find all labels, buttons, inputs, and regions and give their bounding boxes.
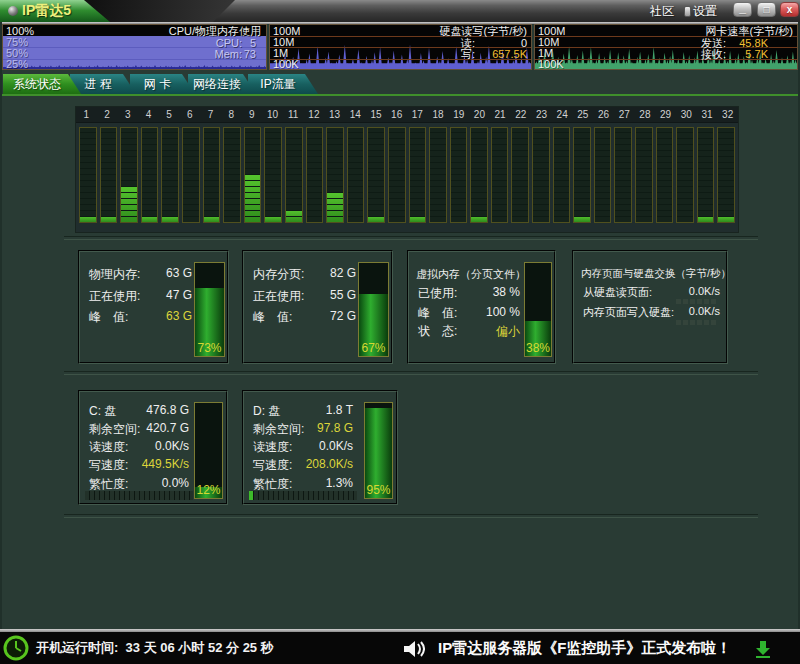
core-number: 15	[366, 107, 387, 122]
core-meter	[182, 127, 200, 223]
core-number: 19	[448, 107, 469, 122]
gauge-percent-label: 12%	[195, 483, 222, 497]
core-meter	[532, 127, 550, 223]
chart-title: 硬盘读写(字节/秒)	[440, 25, 527, 37]
core-number: 29	[655, 107, 676, 122]
core-meter	[244, 127, 262, 223]
core-meter	[326, 127, 344, 223]
usage-gauge: 67%	[358, 262, 389, 357]
core-number: 2	[97, 107, 118, 122]
core-number: 24	[552, 107, 573, 122]
core-load-fill	[574, 216, 590, 222]
core-number: 30	[676, 107, 697, 122]
disk-busy-lit	[249, 491, 254, 500]
chart-scale-label: 25%	[6, 59, 28, 70]
core-meter	[120, 127, 138, 223]
core-load-fill	[245, 174, 261, 222]
usage-gauge: 73%	[194, 262, 225, 357]
stat-row: 写速度:208.0K/s	[253, 457, 353, 474]
core-number: 32	[717, 107, 738, 122]
uptime-text: 开机运行时间: 33 天 06 小时 52 分 25 秒	[36, 632, 274, 664]
core-meter	[409, 127, 427, 223]
core-number: 26	[593, 107, 614, 122]
core-meter	[450, 127, 468, 223]
close-icon: x	[781, 3, 798, 16]
settings-icon	[684, 6, 691, 17]
cpu-core-numbers: 1234567891011121314151617181920212223242…	[76, 107, 738, 123]
swap-write-meter	[676, 320, 718, 325]
core-number: 20	[469, 107, 490, 122]
chart-title: CPU/物理内存使用	[169, 25, 261, 37]
titlebar[interactable]: IP雷达5 社区 设置 _ □ x	[0, 0, 800, 22]
stat-row: 峰 值:72 G	[253, 309, 356, 326]
core-meter	[697, 127, 715, 223]
network-chart-panel: 100M10M1M100K网卡速率(字节/秒)发送:45.8K接收:5.7K	[534, 24, 798, 70]
maximize-button[interactable]: □	[757, 2, 776, 17]
maximize-icon: □	[758, 3, 775, 16]
minimize-button[interactable]: _	[733, 2, 752, 17]
core-number: 25	[573, 107, 594, 122]
core-meter	[264, 127, 282, 223]
core-number: 31	[697, 107, 718, 122]
close-button[interactable]: x	[780, 2, 799, 17]
usage-gauge: 38%	[524, 262, 552, 357]
core-meter	[717, 127, 735, 223]
gauge-percent-label: 95%	[365, 483, 392, 497]
stat-row: 读速度:0.0K/s	[253, 439, 353, 456]
community-button[interactable]: 社区	[650, 0, 674, 22]
panel-title: 内存页面与硬盘交换（字节/秒）	[581, 267, 731, 281]
core-meter	[573, 127, 591, 223]
core-number: 10	[262, 107, 283, 122]
core-meter	[470, 127, 488, 223]
stat-row: 峰 值:63 G	[89, 309, 192, 326]
tab-3[interactable]: 网络连接	[188, 74, 256, 94]
tab-0[interactable]: 系统状态	[3, 74, 81, 94]
core-number: 18	[428, 107, 449, 122]
core-number: 1	[76, 107, 97, 122]
speaker-icon	[403, 640, 425, 658]
core-meter	[388, 127, 406, 223]
stat-row: 峰 值:100 %	[418, 305, 520, 322]
announcement-text[interactable]: IP雷达服务器版《F监控助手》正式发布啦！	[438, 632, 731, 664]
core-number: 17	[407, 107, 428, 122]
separator	[64, 514, 758, 518]
core-meter	[141, 127, 159, 223]
core-load-fill	[471, 216, 487, 222]
core-meter	[491, 127, 509, 223]
core-meter	[635, 127, 653, 223]
core-meter	[203, 127, 221, 223]
core-meter	[614, 127, 632, 223]
disk-busy-meter	[85, 491, 193, 500]
cpu-core-bars-panel: 1234567891011121314151617181920212223242…	[75, 106, 739, 233]
stat-row: 写速度:449.5K/s	[89, 457, 189, 474]
core-meter	[79, 127, 97, 223]
chart-stat: 接收:5.7K	[701, 49, 768, 60]
physical-memory-panel: 物理内存:63 G正在使用:47 G峰 值:63 G 73%	[78, 250, 229, 364]
core-number: 27	[614, 107, 635, 122]
stat-row: D: 盘1.8 T	[253, 403, 353, 420]
tab-1[interactable]: 进 程	[70, 74, 136, 94]
tab-4[interactable]: IP流量	[248, 74, 318, 94]
core-meter	[656, 127, 674, 223]
chart-stat: Mem:73	[215, 49, 257, 60]
core-meter	[367, 127, 385, 223]
tab-2[interactable]: 网 卡	[130, 74, 195, 94]
app-window: IP雷达5 社区 设置 _ □ x 100%75%50%25%CPU/物理内存使…	[0, 0, 800, 664]
core-number: 28	[635, 107, 656, 122]
gauge-percent-label: 67%	[359, 341, 388, 355]
core-load-fill	[101, 216, 117, 222]
chart-stat: 写:657.5K	[461, 49, 527, 60]
core-meter	[285, 127, 303, 223]
settings-button[interactable]: 设置	[693, 0, 717, 22]
disk-d-panel: D: 盘1.8 T剩余空间:97.8 G读速度:0.0K/s写速度:208.0K…	[242, 390, 398, 505]
core-load-fill	[162, 216, 178, 222]
core-number: 11	[283, 107, 304, 122]
stat-row: 状 态:偏小	[418, 323, 520, 340]
stat-row: 从硬盘读页面:0.0K/s	[583, 285, 720, 300]
statusbar: 开机运行时间: 33 天 06 小时 52 分 25 秒 IP雷达服务器版《F监…	[0, 632, 800, 664]
core-number: 8	[221, 107, 242, 122]
download-icon[interactable]	[753, 640, 773, 660]
core-load-fill	[121, 186, 137, 222]
uptime-clock-icon	[3, 635, 29, 661]
chart-title: 网卡速率(字节/秒)	[706, 25, 793, 37]
